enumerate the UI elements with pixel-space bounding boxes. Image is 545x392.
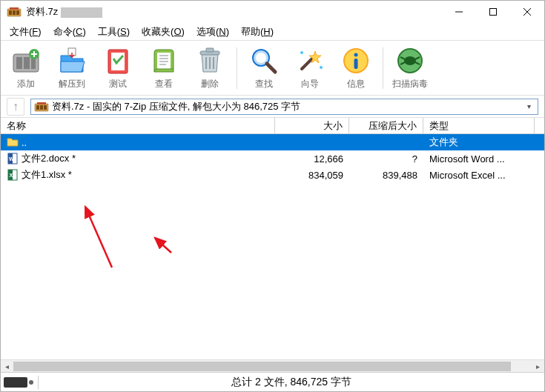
svg-rect-2 [13, 10, 16, 15]
view-icon [148, 45, 179, 76]
menubar: 文件(F) 命令(C) 工具(S) 收藏夹(O) 选项(N) 帮助(H) [1, 23, 544, 41]
scroll-left-icon[interactable]: ◂ [1, 360, 13, 373]
folder-icon [7, 136, 19, 148]
add-button[interactable]: 添加 [4, 44, 48, 93]
svg-line-53 [85, 207, 112, 268]
status-disk-indicator [1, 375, 38, 390]
svg-rect-35 [354, 59, 358, 69]
address-box[interactable]: 资料.7z - 固实的 7-Zip 压缩文件, 解包大小为 846,725 字节… [30, 99, 538, 115]
column-headers: 名称 大小 压缩后大小 类型 [1, 118, 544, 134]
find-button[interactable]: 查找 [242, 44, 286, 93]
window-controls [442, 1, 544, 23]
svg-text:X: X [10, 173, 13, 178]
table-row[interactable]: ..文件夹 [1, 134, 544, 150]
pathbar: ↑ 资料.7z - 固实的 7-Zip 压缩文件, 解包大小为 846,725 … [1, 96, 544, 118]
table-row[interactable]: X文件1.xlsx *834,059839,488Microsoft Excel… [1, 167, 544, 183]
wizard-icon [294, 45, 326, 76]
delete-button[interactable]: 删除 [188, 44, 232, 93]
maximize-button[interactable] [476, 1, 510, 23]
svg-rect-11 [24, 57, 30, 69]
scan-button[interactable]: 扫描病毒 [388, 44, 432, 93]
toolbar-separator [383, 47, 383, 89]
menu-options[interactable]: 选项(N) [192, 24, 234, 40]
svg-rect-17 [157, 53, 171, 69]
svg-point-28 [256, 53, 266, 63]
titlebar: 资料.7z [1, 1, 544, 23]
menu-favorites[interactable]: 收藏夹(O) [137, 24, 189, 40]
svg-rect-10 [16, 57, 22, 69]
close-button[interactable] [510, 1, 544, 23]
svg-point-37 [404, 56, 416, 65]
file-list: 名称 大小 压缩后大小 类型 ..文件夹W文件2.docx *12,666?Mi… [1, 118, 544, 372]
svg-rect-4 [10, 7, 19, 10]
view-button[interactable]: 查看 [142, 44, 186, 93]
svg-rect-46 [37, 102, 46, 104]
test-icon [102, 45, 133, 76]
svg-rect-44 [40, 105, 43, 110]
svg-rect-43 [36, 105, 39, 110]
svg-point-31 [300, 51, 303, 54]
find-icon [248, 45, 280, 76]
menu-help[interactable]: 帮助(H) [237, 24, 278, 40]
menu-file[interactable]: 文件(F) [5, 24, 46, 40]
table-row[interactable]: W文件2.docx *12,666?Microsoft Word ... [1, 150, 544, 167]
status-text: 总计 2 文件, 846,725 字节 [39, 376, 544, 389]
svg-rect-6 [490, 9, 497, 16]
winrar-icon [7, 6, 22, 18]
scroll-right-icon[interactable]: ▸ [532, 360, 544, 373]
svg-rect-1 [9, 10, 12, 15]
extract-icon [56, 45, 87, 76]
horizontal-scrollbar[interactable]: ◂ ▸ [1, 359, 544, 372]
svg-text:W: W [9, 156, 14, 162]
delete-icon [194, 45, 225, 76]
svg-point-34 [354, 53, 358, 57]
path-dropdown-icon[interactable]: ▾ [523, 102, 535, 110]
scroll-thumb[interactable] [13, 362, 511, 371]
annotation-arrows [75, 201, 179, 275]
info-button[interactable]: 信息 [334, 44, 378, 93]
svg-rect-3 [16, 10, 19, 15]
svg-line-29 [267, 64, 275, 72]
add-icon [10, 45, 42, 76]
wizard-button[interactable]: 向导 [288, 44, 332, 93]
column-packed[interactable]: 压缩后大小 [349, 118, 423, 133]
menu-tools[interactable]: 工具(S) [93, 24, 134, 40]
svg-point-32 [320, 66, 323, 69]
archive-icon [34, 101, 49, 113]
test-button[interactable]: 测试 [96, 44, 140, 93]
window-title: 资料.7z [26, 5, 442, 19]
svg-rect-23 [206, 48, 214, 52]
docx-icon: W [7, 153, 19, 165]
scan-icon [394, 45, 426, 76]
menu-command[interactable]: 命令(C) [49, 24, 90, 40]
toolbar: 添加 解压到 测试 查看 删除 查找 向导 信息 扫描病毒 [1, 41, 544, 96]
svg-rect-45 [44, 105, 47, 110]
extract-button[interactable]: 解压到 [50, 44, 94, 93]
column-type[interactable]: 类型 [423, 118, 535, 133]
toolbar-separator [237, 47, 237, 89]
info-icon [340, 45, 371, 76]
up-button[interactable]: ↑ [7, 98, 24, 116]
statusbar: 总计 2 文件, 846,725 字节 [1, 372, 544, 391]
svg-line-54 [155, 238, 171, 253]
column-name[interactable]: 名称 [1, 118, 275, 133]
minimize-button[interactable] [442, 1, 476, 23]
column-size[interactable]: 大小 [275, 118, 349, 133]
xlsx-icon: X [7, 169, 19, 181]
path-text: 资料.7z - 固实的 7-Zip 压缩文件, 解包大小为 846,725 字节 [52, 100, 520, 113]
